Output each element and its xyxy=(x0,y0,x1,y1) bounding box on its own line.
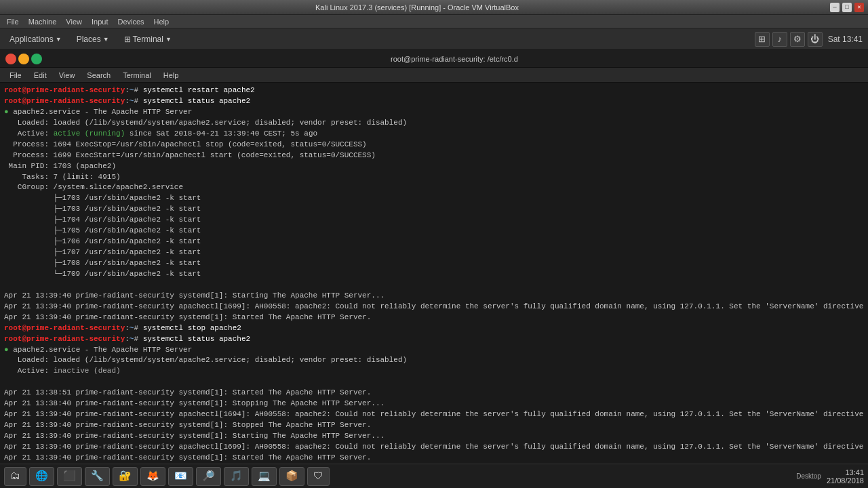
terminal-line xyxy=(4,377,864,388)
terminal-line: ├─1707 /usr/sbin/apache2 -k start xyxy=(4,247,864,258)
taskbar-app6-icon[interactable]: 🎵 xyxy=(224,467,249,486)
taskbar-time: 13:41 xyxy=(827,468,864,476)
terminal-line: Apr 21 13:39:40 prime-radiant-security a… xyxy=(4,409,864,420)
taskbar-terminal-icon[interactable]: ⬛ xyxy=(57,467,82,486)
terminal-line: root@prime-radiant-security:~# systemctl… xyxy=(4,85,864,96)
taskbar-virtualbox-icon[interactable]: 📦 xyxy=(279,467,304,486)
terminal-line: Apr 21 13:39:40 prime-radiant-security s… xyxy=(4,291,864,302)
terminal-line xyxy=(4,280,864,291)
minimize-button[interactable]: ─ xyxy=(830,3,840,12)
terminal-line: Apr 21 13:39:40 prime-radiant-security s… xyxy=(4,312,864,323)
settings-icon[interactable]: ⚙ xyxy=(790,32,805,47)
terminal-line: Loaded: loaded (/lib/systemd/system/apac… xyxy=(4,355,864,366)
terminal-line: Apr 21 13:38:40 prime-radiant-security s… xyxy=(4,399,864,409)
taskbar-app5-icon[interactable]: 🔎 xyxy=(196,467,221,486)
taskbar-app7-icon[interactable]: 💻 xyxy=(252,467,277,486)
vb-menu-machine[interactable]: Machine xyxy=(24,16,61,27)
toolbar-icons: ⊞ ♪ ⚙ ⏻ xyxy=(755,32,823,47)
places-menu[interactable]: Places ▼ xyxy=(73,33,113,46)
terminal-arrow: ▼ xyxy=(165,36,172,43)
current-path: root@prime-radiant-security: /etc/rc0.d xyxy=(46,55,863,63)
terminal-line: ├─1703 /usr/sbin/apache2 -k start xyxy=(4,193,864,204)
terminal-line: root@prime-radiant-security:~# systemctl… xyxy=(4,323,864,334)
applications-label: Applications xyxy=(9,35,54,44)
terminal-line: ├─1703 /usr/sbin/apache2 -k start xyxy=(4,204,864,215)
terminal-line: Active: active (running) since Sat 2018-… xyxy=(4,129,864,140)
kali-toolbar: Applications ▼ Places ▼ ⊞ Terminal ▼ ⊞ ♪… xyxy=(0,28,868,50)
power-icon[interactable]: ⏻ xyxy=(808,32,823,47)
virtualbox-menubar: File Machine View Input Devices Help xyxy=(0,15,868,28)
applications-arrow: ▼ xyxy=(56,36,62,43)
sound-icon[interactable]: ♪ xyxy=(772,32,787,47)
terminal-area[interactable]: root@prime-radiant-security:~# systemctl… xyxy=(0,83,868,464)
window-buttons xyxy=(5,54,42,64)
addr-max-btn[interactable] xyxy=(31,54,42,64)
taskbar-desktop-label: Desktop xyxy=(793,472,824,480)
terminal-line: Main PID: 1703 (apache2) xyxy=(4,161,864,172)
title-bar: Kali Linux 2017.3 (services) [Running] -… xyxy=(0,0,868,15)
taskbar-browser-icon[interactable]: 🌐 xyxy=(29,467,54,486)
terminal-line: root@prime-radiant-security:~# systemctl… xyxy=(4,96,864,107)
menu-search[interactable]: Search xyxy=(81,70,116,81)
menu-file[interactable]: File xyxy=(4,70,27,81)
taskbar-app8-icon[interactable]: 🛡 xyxy=(307,467,330,486)
menu-help[interactable]: Help xyxy=(158,70,184,81)
taskbar-app3-icon[interactable]: 🦊 xyxy=(140,467,165,486)
window-controls: ─ □ ✕ xyxy=(830,3,864,12)
window-title: Kali Linux 2017.3 (services) [Running] -… xyxy=(4,3,830,12)
vb-menu-devices[interactable]: Devices xyxy=(113,16,148,27)
menu-edit[interactable]: Edit xyxy=(28,70,52,81)
taskbar-app1-icon[interactable]: 🔧 xyxy=(85,467,110,486)
terminal-line: Apr 21 13:39:40 prime-radiant-security a… xyxy=(4,302,864,312)
taskbar-date: 21/08/2018 xyxy=(827,476,864,485)
terminal-line: └─1709 /usr/sbin/apache2 -k start xyxy=(4,269,864,280)
taskbar: 🗂 🌐 ⬛ 🔧 🔐 🦊 📧 🔎 🎵 💻 📦 🛡 Desktop 13:41 21… xyxy=(0,464,868,488)
terminal-line: Active: inactive (dead) xyxy=(4,366,864,377)
taskbar-files-icon[interactable]: 🗂 xyxy=(4,467,26,486)
taskbar-datetime: 13:41 21/08/2018 xyxy=(827,468,864,485)
terminal-line: ├─1706 /usr/sbin/apache2 -k start xyxy=(4,237,864,247)
terminal-line: Apr 21 13:39:40 prime-radiant-security s… xyxy=(4,431,864,442)
applications-menu[interactable]: Applications ▼ xyxy=(5,33,66,46)
terminal-line: root@prime-radiant-security:~# systemctl… xyxy=(4,334,864,345)
terminal-line: ● apache2.service - The Apache HTTP Serv… xyxy=(4,107,864,118)
vb-menu-file[interactable]: File xyxy=(3,16,23,27)
close-button[interactable]: ✕ xyxy=(854,3,864,12)
address-bar: root@prime-radiant-security: /etc/rc0.d xyxy=(0,50,868,68)
menu-view[interactable]: View xyxy=(54,70,81,81)
terminal-line: ├─1708 /usr/sbin/apache2 -k start xyxy=(4,258,864,269)
terminal-icon: ⊞ xyxy=(124,35,131,44)
terminal-label: Terminal xyxy=(133,35,163,44)
taskbar-app4-icon[interactable]: 📧 xyxy=(168,467,193,486)
network-icon[interactable]: ⊞ xyxy=(755,32,770,47)
addr-min-btn[interactable] xyxy=(18,54,29,64)
terminal-line: ● apache2.service - The Apache HTTP Serv… xyxy=(4,345,864,356)
terminal-line: Tasks: 7 (limit: 4915) xyxy=(4,172,864,183)
terminal-line: CGroup: /system.slice/apache2.service xyxy=(4,182,864,193)
restore-button[interactable]: □ xyxy=(842,3,852,12)
clock-area: ⊞ ♪ ⚙ ⏻ Sat 13:41 xyxy=(755,32,863,47)
vb-menu-view[interactable]: View xyxy=(62,16,86,27)
menu-terminal[interactable]: Terminal xyxy=(117,70,157,81)
terminal-line: Loaded: loaded (/lib/systemd/system/apac… xyxy=(4,118,864,129)
terminal-line: ├─1705 /usr/sbin/apache2 -k start xyxy=(4,226,864,237)
terminal-line: Apr 21 13:39:40 prime-radiant-security a… xyxy=(4,442,864,453)
terminal-line: Process: 1694 ExecStop=/usr/sbin/apachec… xyxy=(4,140,864,150)
terminal-line: Process: 1699 ExecStart=/usr/sbin/apache… xyxy=(4,150,864,161)
addr-close-btn[interactable] xyxy=(5,54,16,64)
terminal-line: Apr 21 13:39:40 prime-radiant-security s… xyxy=(4,420,864,431)
taskbar-app2-icon[interactable]: 🔐 xyxy=(113,467,138,486)
clock-display: Sat 13:41 xyxy=(828,35,863,44)
vb-menu-input[interactable]: Input xyxy=(87,16,112,27)
terminal-menubar: File Edit View Search Terminal Help xyxy=(0,68,868,83)
terminal-line: Apr 21 13:38:51 prime-radiant-security s… xyxy=(4,388,864,399)
terminal-line: Apr 21 13:39:40 prime-radiant-security s… xyxy=(4,453,864,464)
places-arrow: ▼ xyxy=(103,36,109,43)
terminal-line: ├─1704 /usr/sbin/apache2 -k start xyxy=(4,215,864,226)
vb-menu-help[interactable]: Help xyxy=(150,16,174,27)
terminal-menu[interactable]: ⊞ Terminal ▼ xyxy=(120,33,176,46)
places-label: Places xyxy=(77,35,101,44)
